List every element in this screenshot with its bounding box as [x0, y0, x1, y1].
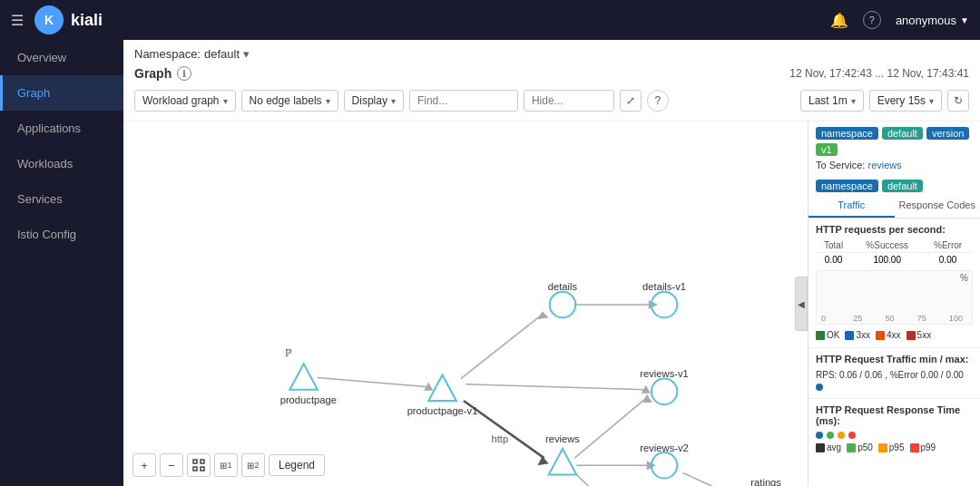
- dot-p99: [848, 432, 856, 439]
- legend-3xx-label: 3xx: [856, 330, 870, 340]
- productpage-triangle: [289, 364, 318, 390]
- tag-row-1: namespace default version v1: [808, 122, 980, 158]
- productpagev1-label: productpage-v1: [407, 405, 478, 416]
- main-layout: Overview Graph Applications Workloads Se…: [0, 40, 980, 486]
- legend-5xx: 5xx: [906, 330, 932, 340]
- sparkline-chart: % 0 25 50 75 100: [816, 270, 973, 325]
- reviewsv1-circle: [652, 379, 678, 405]
- legend-avg-label: avg: [827, 442, 841, 452]
- sidebar-item-istio-config[interactable]: Istio Config: [0, 217, 123, 252]
- productpage-icon: ℙ: [285, 347, 292, 358]
- graph-type-button[interactable]: Workload graph ▾: [134, 90, 236, 112]
- refresh-icon[interactable]: ↻: [947, 90, 969, 112]
- graph-title: Graph ℹ: [134, 66, 191, 81]
- time-range-button[interactable]: Last 1m ▾: [800, 90, 864, 112]
- val-success: 100.00: [851, 253, 923, 267]
- col-error: %Error: [923, 238, 973, 253]
- namespace-label: Namespace:: [134, 47, 201, 61]
- graph-title-bar: Graph ℹ 12 Nov, 17:42:43 ... 12 Nov, 17:…: [134, 66, 969, 81]
- tag-row-2: namespace default: [808, 174, 980, 194]
- legend-5xx-dot: [906, 331, 916, 340]
- rps-values: RPS: 0.06 / 0.06 , %Error 0.00 / 0.00: [816, 368, 973, 382]
- productpagev1-triangle: [428, 374, 456, 401]
- refresh-interval-button[interactable]: Every 15s ▾: [869, 90, 942, 112]
- node-details-v1[interactable]: details-v1: [642, 281, 686, 318]
- graph-info-icon[interactable]: ℹ: [177, 66, 191, 81]
- sidebar-item-overview[interactable]: Overview: [0, 40, 123, 75]
- legend-p95-label: p95: [889, 442, 905, 452]
- traffic-minmax-title: HTTP Request Traffic min / max:: [816, 354, 973, 364]
- ratings-label: ratings: [750, 477, 781, 486]
- find-input[interactable]: [409, 90, 518, 112]
- node-ratings[interactable]: ratings: [750, 477, 781, 486]
- node-productpage[interactable]: ℙ productpage: [280, 347, 337, 405]
- sidebar-item-applications[interactable]: Applications: [0, 111, 123, 146]
- help-icon[interactable]: ?: [863, 11, 881, 29]
- legend-4xx-label: 4xx: [887, 330, 901, 340]
- fit-button[interactable]: [187, 453, 211, 477]
- edge-labels-button[interactable]: No edge labels ▾: [241, 90, 338, 112]
- display-button[interactable]: Display ▾: [344, 90, 404, 112]
- edge-productpagev1-details: [461, 313, 544, 378]
- legend-p99-dot: [910, 443, 919, 452]
- content-header: Namespace: default ▾ Graph ℹ 12 Nov, 17:…: [123, 40, 980, 122]
- graph-svg: http: [123, 122, 808, 486]
- display-arrow: ▾: [391, 96, 396, 106]
- zoom-out-button[interactable]: −: [160, 453, 183, 477]
- http-title: HTTP requests per second:: [816, 224, 973, 235]
- edge-labels-arrow: ▾: [326, 96, 330, 106]
- productpage-label: productpage: [280, 394, 337, 405]
- edge-reviewsv2-ratings: [682, 472, 747, 486]
- zoom-in-button[interactable]: +: [132, 453, 156, 477]
- details-label: details: [548, 281, 578, 292]
- hamburger-icon[interactable]: ☰: [11, 12, 24, 29]
- tag-default: default: [882, 127, 923, 140]
- legend-button[interactable]: Legend: [269, 454, 325, 476]
- graph-timestamp: 12 Nov, 17:42:43 ... 12 Nov, 17:43:41: [789, 67, 969, 80]
- namespace-dropdown-arrow[interactable]: ▾: [243, 47, 250, 61]
- legend-3xx: 3xx: [845, 330, 870, 340]
- node-details[interactable]: details: [548, 281, 578, 318]
- legend-p95: p95: [878, 442, 905, 452]
- content-area: Namespace: default ▾ Graph ℹ 12 Nov, 17:…: [123, 40, 980, 486]
- kiali-logo-text: kiali: [71, 11, 103, 30]
- legend-p95-dot: [878, 443, 887, 452]
- response-legend: avg p50 p95 p99: [816, 441, 973, 454]
- bell-icon[interactable]: 🔔: [830, 12, 848, 29]
- sidebar-item-label: Services: [17, 192, 63, 206]
- tab-response-codes[interactable]: Response Codes: [895, 194, 981, 218]
- graph-canvas[interactable]: http: [123, 122, 808, 486]
- val-total: 0.00: [816, 253, 851, 267]
- node-productpage-v1[interactable]: productpage-v1: [407, 374, 478, 416]
- sidebar-item-workloads[interactable]: Workloads: [0, 146, 123, 181]
- node-reviews-v2[interactable]: reviews-v2: [640, 442, 688, 479]
- legend-ok-dot: [816, 331, 825, 340]
- tag-namespace: namespace: [816, 127, 878, 140]
- expand-icon[interactable]: ⤢: [620, 90, 642, 112]
- sidebar-item-services[interactable]: Services: [0, 181, 123, 217]
- panel-collapse-handle[interactable]: ◀: [795, 277, 808, 331]
- tab-traffic[interactable]: Traffic: [808, 194, 895, 218]
- svg-text:100: 100: [949, 314, 963, 323]
- graph-section: http: [123, 122, 980, 486]
- legend-p50-dot: [847, 443, 856, 452]
- sidebar-item-graph[interactable]: Graph: [0, 75, 123, 111]
- to-service-link[interactable]: reviews: [867, 160, 901, 170]
- edge-arrow: [537, 311, 548, 319]
- to-service-row: To Service: reviews: [808, 158, 980, 174]
- hide-input[interactable]: [524, 90, 614, 112]
- sparkline-percent-label: %: [960, 273, 968, 283]
- dot-avg: [816, 432, 823, 439]
- edge-reviews-reviewsv3: [574, 472, 649, 486]
- reviewsv1-label: reviews-v1: [640, 369, 688, 380]
- layout2-button[interactable]: ⊞2: [241, 453, 265, 477]
- user-menu[interactable]: anonymous ▼: [896, 14, 969, 27]
- legend-ok-label: OK: [827, 330, 839, 340]
- top-navigation: ☰ K kiali 🔔 ? anonymous ▼: [0, 0, 980, 40]
- tag-version: version: [926, 127, 969, 140]
- toolbar-help-icon[interactable]: ?: [647, 90, 669, 112]
- toolbar: Workload graph ▾ No edge labels ▾ Displa…: [134, 86, 969, 117]
- node-reviews[interactable]: reviews: [545, 433, 580, 475]
- layout1-button[interactable]: ⊞1: [214, 453, 238, 477]
- http-section: HTTP requests per second: Total %Success…: [808, 219, 980, 347]
